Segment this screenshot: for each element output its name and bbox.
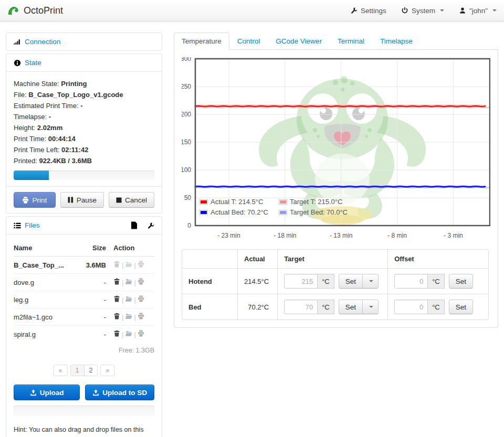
trash-icon[interactable] [113,261,120,268]
print-time-left-line: Print Time Left: 02:11:42 [14,144,154,155]
file-row: B_Case_Top_...3.6MB|| [14,257,154,274]
state-title[interactable]: State [25,59,41,67]
pagination-prev[interactable]: « [54,365,67,376]
user-label: "john" [469,7,488,15]
octoprint-logo-icon [7,4,20,17]
hotend-offset-set-button[interactable]: Set [449,274,473,289]
temperature-table: Actual Target Offset Hotend 214.5°C °C S… [182,249,489,320]
sidebar: Connection State Machine State: Printing… [6,33,162,437]
hotend-row: Hotend 214.5°C °C Set [182,268,488,294]
tab-terminal[interactable]: Terminal [330,33,372,50]
printer-icon[interactable] [138,330,144,337]
system-menu-item[interactable]: System [401,7,444,15]
hotend-target-dropdown-button[interactable] [363,274,379,289]
printer-icon[interactable] [138,261,144,268]
connection-header[interactable]: Connection [6,33,162,50]
tab-temperature[interactable]: Temperature [174,33,229,50]
printer-icon[interactable] [138,295,144,302]
folder-open-icon[interactable] [125,295,132,302]
temp-col-target: Target [277,250,387,268]
upload-progress-bar [14,406,154,416]
printer-icon[interactable] [138,313,144,319]
bed-label: Bed [182,294,237,319]
trash-icon[interactable] [113,295,120,302]
tab-timelapse[interactable]: Timelapse [372,33,421,50]
hotend-offset-input[interactable] [394,274,428,289]
stop-icon [116,197,122,203]
state-panel: State Machine State: Printing File: B_Ca… [6,54,162,214]
tab-bar: Temperature Control GCode Viewer Termina… [174,33,498,50]
hotend-target-set-button[interactable]: Set [339,274,363,289]
legend-label: Actual T: 214.5°C [211,198,263,206]
cancel-button[interactable]: Cancel [109,192,154,208]
temperature-tab-content: 050100150200250300- 23 min- 18 min- 13 m… [174,50,498,328]
pagination-page-1[interactable]: 1 [71,365,84,376]
wrench-icon[interactable] [147,222,154,229]
file-actions: || [113,257,154,274]
bed-target-dropdown-button[interactable] [363,300,379,314]
navbar-menu: Settings System "john" [350,7,497,15]
upload-to-sd-button[interactable]: Upload to SD [85,385,154,400]
files-pagination: « 1 2 » [14,365,154,376]
svg-text:100: 100 [182,166,191,174]
svg-text:- 23 min: - 23 min [217,232,240,239]
pause-button[interactable]: Pause [60,192,104,208]
user-menu-item[interactable]: "john" [459,7,497,15]
trash-icon[interactable] [113,278,120,285]
state-body: Machine State: Printing File: B_Case_Top… [6,71,162,186]
bed-target-set-button[interactable]: Set [339,300,363,314]
bed-offset-input[interactable] [394,300,428,314]
printer-icon [22,197,29,204]
document-icon[interactable] [131,221,138,229]
svg-text:0: 0 [187,222,191,229]
svg-text:- 18 min: - 18 min [274,232,296,239]
folder-open-icon[interactable] [125,278,132,285]
hotend-target-input[interactable] [284,274,318,289]
pagination-next[interactable]: » [101,365,114,376]
bed-target-input[interactable] [284,300,318,314]
estimated-time-line: Estimated Print Time: - [14,100,154,111]
file-name: m2fila~1.gco [14,308,78,326]
tab-control[interactable]: Control [229,33,268,50]
trash-icon[interactable] [113,313,120,319]
upload-icon [92,389,99,396]
temp-col-actual: Actual [237,250,277,268]
svg-text:- 13 min: - 13 min [330,232,352,239]
bed-row: Bed 70.2°C °C Set [182,294,488,319]
files-header[interactable]: Files [6,217,162,234]
legend-item: Actual Bed: 70.2°C [200,208,278,216]
pagination-page-2[interactable]: 2 [84,365,98,376]
legend-swatch [279,199,287,205]
settings-menu-item[interactable]: Settings [350,7,386,15]
state-header[interactable]: State [6,54,162,71]
file-size: - [78,326,113,343]
folder-open-icon[interactable] [125,330,132,337]
bed-offset-set-button[interactable]: Set [449,300,473,314]
printer-icon[interactable] [138,278,144,285]
hotend-label: Hotend [182,268,237,294]
trash-icon[interactable] [113,330,120,337]
chevron-down-icon [492,9,497,12]
upload-button[interactable]: Upload [14,385,80,400]
files-title[interactable]: Files [25,221,40,229]
free-space-label: Free: 1.3GB [14,343,154,355]
files-col-size: Size [78,241,113,257]
signal-icon [14,38,21,46]
tab-gcode-viewer[interactable]: GCode Viewer [268,33,330,50]
octoprint-brand[interactable]: OctoPrint [7,4,63,17]
height-line: Height: 2.02mm [14,122,154,133]
temp-col-empty [182,250,237,268]
printed-line: Printed: 922.4KB / 3.6MB [14,155,154,166]
legend-label: Target T: 215.0°C [290,198,342,206]
chevron-down-icon [369,280,373,282]
wrench-icon [350,7,358,14]
folder-open-icon[interactable] [125,261,132,268]
celsius-unit: °C [428,300,445,314]
file-name: B_Case_Top_... [14,257,78,274]
folder-open-icon[interactable] [125,313,132,319]
svg-text:300: 300 [182,57,191,62]
connection-title[interactable]: Connection [25,38,60,46]
hotend-offset-group: °C Set [394,274,482,289]
file-size: - [78,308,113,326]
print-button[interactable]: Print [14,192,56,208]
